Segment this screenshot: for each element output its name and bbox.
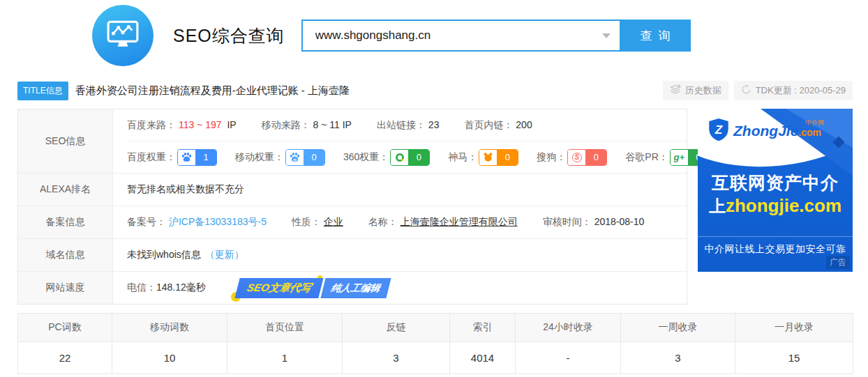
alexa-text: 暂无排名或相关数据不充分 [127,183,244,196]
brand-name: ZhongJie [733,123,798,139]
svg-text:m: m [293,157,297,162]
row-label: ALEXA排名 [18,174,113,206]
page-title: SEO综合查询 [173,24,285,47]
row-label: 域名信息 [18,239,113,271]
ad-headline: 互联网资产中介 [698,171,853,194]
mobile-weight-stat: 移动权重： m [235,149,325,166]
summary-value: 4014 [450,342,516,374]
summary-col-header: PC词数 [18,314,112,342]
summary-col-header: 索引 [450,314,516,342]
summary-header-row: PC词数 移动词数 首页位置 反链 索引 24小时收录 一周收录 一月收录 [18,314,853,342]
shenma-weight-stat: 神马： 0 [448,149,518,166]
summary-value: 3 [621,342,735,374]
weight-360-stat: 360权重： 0 [343,149,430,166]
tdk-update-button[interactable]: TDK更新 : 2020-05-29 [734,81,853,100]
layers-icon [670,84,681,97]
google-plus-icon: g+ [671,150,688,165]
sogou-s-icon: S [568,150,585,165]
row-label: 网站速度 [18,272,113,304]
chevron-down-icon[interactable] [602,33,611,38]
speed-carrier-label: 电信： [127,282,156,294]
ad-ribbon-seg2: 纯人工编辑 [318,278,391,298]
google-pr-stat: 谷歌PR： g+ 0 [625,149,709,166]
ad-label: 广告 [826,256,850,269]
summary-col-header: 一周收录 [621,314,735,342]
row-seo-info: SEO信息 百度来路： 113 ~ 197 IP 移动来路： 8 ~ 11 IP… [18,109,687,174]
ad-divider [698,236,853,237]
zhongjie-logo: Z ZhongJie.com 中介网 [708,118,821,144]
ad-domain-line: 上zhongjie.com [698,195,853,217]
summary-value: 15 [735,342,853,374]
summary-value: 1 [227,342,343,374]
summary-value: 10 [112,342,227,374]
page-header: SEO综合查询 查 询 [0,0,868,71]
site-logo[interactable] [92,5,154,66]
history-data-label: 历史数据 [685,84,721,97]
brand-cn-tag: 中介网 [805,118,824,128]
ad-banner[interactable]: Z ZhongJie.com 中介网 互联网资产中介 上zhongjie.com… [698,109,853,272]
outbound-links-stat: 出站链接： 23 [377,119,439,132]
site-title-text: 香港外资公司注册注销流程及费用-企业代理记账 - 上海壹隆 [75,84,663,98]
beian-nature-link[interactable]: 企业 [324,216,343,227]
beian-name-stat: 名称： 上海壹隆企业管理有限公司 [368,216,518,229]
sogou-weight-stat: 搜狗： S 0 [537,149,607,166]
baidu-paw-icon [178,150,195,165]
360-ring-icon [391,150,408,165]
summary-value: 3 [343,342,450,374]
summary-value: 22 [18,342,112,374]
search-input-wrap [301,20,621,52]
shield-icon: Z [708,118,730,144]
row-label: 备案信息 [18,206,113,238]
main-content: SEO信息 百度来路： 113 ~ 197 IP 移动来路： 8 ~ 11 IP… [17,109,853,305]
summary-col-header: 首页位置 [227,314,343,342]
ad-slogan: 中介网让线上交易更加安全可靠 [698,243,853,256]
brand-suffix: .com [798,127,821,138]
row-beian: 备案信息 备案号： 沪ICP备13033183号-5 性质： 企业 名称： 上海… [18,206,687,239]
baidu-weight-stat: 百度权重： 1 [127,149,217,166]
seo-weight-row: 百度权重： 1 [127,141,687,173]
summary-col-header: 一月收录 [735,314,853,342]
sogou-weight-badge[interactable]: S 0 [567,149,607,166]
beian-audit-stat: 审核时间： 2018-08-10 [543,216,645,229]
search-input[interactable] [303,21,620,50]
search-button[interactable]: 查 询 [621,20,691,52]
beian-number-stat: 备案号： 沪ICP备13033183号-5 [127,216,267,229]
seo-traffic-row: 百度来路： 113 ~ 197 IP 移动来路： 8 ~ 11 IP 出站链接：… [127,109,687,141]
summary-value-row: 22 10 1 3 4014 - 3 15 [18,342,853,374]
whois-text: 未找到whois信息 [127,249,201,261]
title-actions: 历史数据 TDK更新 : 2020-05-29 [663,81,853,100]
mobile-traffic-stat: 移动来路： 8 ~ 11 IP [262,119,352,132]
speed-value: 148.12毫秒 [156,282,206,294]
summary-table: PC词数 移动词数 首页位置 反链 索引 24小时收录 一周收录 一月收录 22… [17,313,853,374]
summary-col-header: 反链 [343,314,450,342]
ad-ribbon-seg1: SEO文章代写 [234,278,323,298]
refresh-icon [741,84,751,97]
title-bar: TITLE信息 香港外资公司注册注销流程及费用-企业代理记账 - 上海壹隆 历史… [17,81,853,100]
title-badge: TITLE信息 [17,82,68,100]
search-bar: 查 询 [301,20,691,52]
beian-nature-stat: 性质： 企业 [292,216,343,229]
tdk-update-label: TDK更新 : 2020-05-29 [756,84,846,97]
summary-value: - [516,342,621,374]
baidu-mobile-paw-icon: m [286,150,304,165]
summary-col-header: 移动词数 [112,314,227,342]
beian-number-link[interactable]: 沪ICP备13033183号-5 [169,216,267,227]
row-speed: 网站速度 电信： 148.12毫秒 SEO文章代写 纯人工编辑 [18,272,687,304]
inline-ad-ribbon[interactable]: SEO文章代写 纯人工编辑 [237,278,389,298]
baidu-traffic-stat: 百度来路： 113 ~ 197 IP [127,119,237,132]
history-data-button[interactable]: 历史数据 [663,81,728,100]
row-domain: 域名信息 未找到whois信息 （更新） [18,239,687,272]
baidu-weight-badge[interactable]: 1 [177,149,217,166]
mobile-weight-badge[interactable]: m 0 [285,149,325,166]
row-alexa: ALEXA排名 暂无排名或相关数据不充分 [18,174,687,206]
whois-update-link[interactable]: （更新） [205,249,244,261]
svg-text:Z: Z [714,123,723,137]
shenma-icon [479,150,497,165]
summary-col-header: 24小时收录 [516,314,621,342]
weight-360-badge[interactable]: 0 [390,149,430,166]
seo-info-table: SEO信息 百度来路： 113 ~ 197 IP 移动来路： 8 ~ 11 IP… [17,109,687,305]
row-label: SEO信息 [18,109,113,173]
monitor-chart-icon [106,19,140,53]
shenma-weight-badge[interactable]: 0 [479,149,518,166]
beian-company-link[interactable]: 上海壹隆企业管理有限公司 [401,216,518,227]
